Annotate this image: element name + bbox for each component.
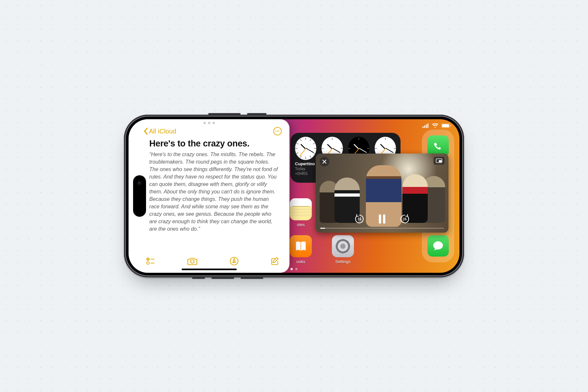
- wifi-icon: [432, 123, 438, 129]
- back-label: All iCloud: [149, 128, 176, 135]
- svg-rect-2: [426, 124, 427, 128]
- pip-close-button[interactable]: [320, 157, 329, 167]
- side-button: [208, 113, 241, 115]
- pip-video-player[interactable]: 15 15: [316, 154, 448, 233]
- app-icon-books[interactable]: [290, 235, 312, 257]
- svg-text:15: 15: [357, 217, 361, 221]
- battery-icon: [441, 123, 451, 129]
- svg-point-20: [191, 260, 194, 263]
- app-label-settings: Settings: [327, 259, 359, 264]
- svg-rect-11: [439, 160, 441, 162]
- dynamic-island: [133, 175, 146, 217]
- svg-point-9: [340, 244, 345, 249]
- clock-offset: +0HRS: [295, 171, 308, 176]
- clock-face: [295, 137, 316, 160]
- clock-day: Today: [295, 167, 305, 171]
- volume-down-button: [241, 277, 263, 279]
- skip-back-button[interactable]: 15: [354, 213, 365, 225]
- checklist-icon[interactable]: [146, 257, 155, 266]
- iphone-frame: Cupertino Today +0HRS otes ooks Settings: [124, 115, 464, 277]
- compose-icon[interactable]: [271, 257, 280, 267]
- skip-forward-button[interactable]: 15: [399, 213, 411, 225]
- svg-rect-13: [379, 214, 381, 224]
- more-button[interactable]: [273, 127, 282, 135]
- screen: Cupertino Today +0HRS otes ooks Settings: [129, 119, 459, 273]
- note-title[interactable]: Here's to the crazy ones.: [149, 139, 279, 149]
- app-icon-notes[interactable]: [290, 198, 312, 220]
- svg-point-18: [147, 262, 149, 264]
- slide-over-grabber[interactable]: [203, 122, 215, 124]
- svg-rect-5: [442, 124, 449, 127]
- volume-up-button: [211, 277, 234, 279]
- notes-slide-over: All iCloud Here's to the crazy ones. “He…: [129, 119, 289, 273]
- markup-icon[interactable]: [230, 257, 239, 267]
- home-indicator[interactable]: [182, 269, 237, 270]
- svg-rect-3: [427, 123, 428, 128]
- status-bar: [423, 122, 451, 131]
- svg-rect-6: [450, 125, 451, 127]
- note-body-text[interactable]: “Here's to the crazy ones. The misfits. …: [149, 151, 279, 233]
- app-label-books: ooks: [285, 259, 317, 264]
- back-button[interactable]: All iCloud: [143, 128, 176, 135]
- svg-rect-1: [424, 125, 425, 128]
- svg-rect-0: [423, 126, 424, 128]
- dock-app-messages[interactable]: [427, 235, 449, 257]
- pip-progress-bar[interactable]: [320, 228, 444, 229]
- svg-rect-14: [383, 214, 385, 224]
- page-indicator[interactable]: [290, 268, 298, 270]
- app-label-notes: otes: [285, 222, 317, 227]
- cellular-icon: [423, 123, 429, 129]
- app-icon-settings[interactable]: [332, 235, 354, 257]
- camera-icon[interactable]: [187, 257, 198, 267]
- svg-text:15: 15: [403, 217, 407, 221]
- pip-restore-button[interactable]: [434, 157, 445, 165]
- mute-switch: [192, 277, 205, 279]
- side-button: [247, 113, 266, 115]
- pause-button[interactable]: [376, 213, 388, 225]
